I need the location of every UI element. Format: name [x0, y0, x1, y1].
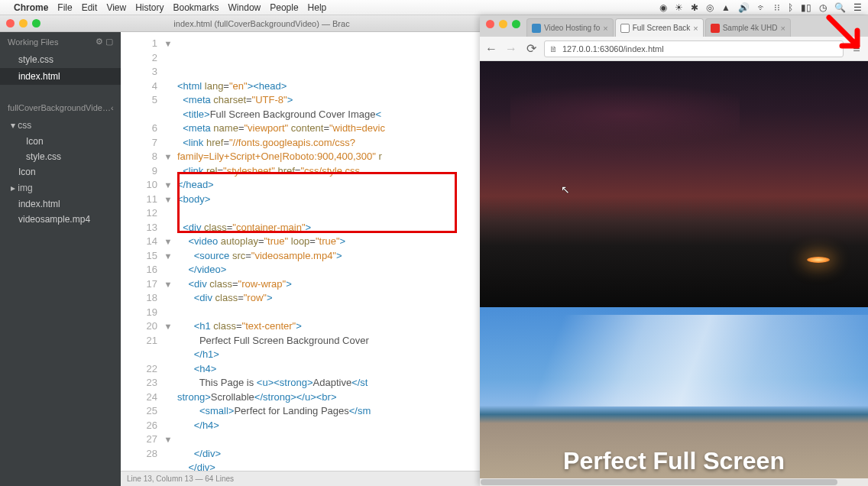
- chrome-minimize-button[interactable]: [499, 20, 507, 28]
- spotlight-icon[interactable]: 🔍: [834, 2, 846, 13]
- code-area[interactable]: <html lang="en"><head> <meta charset="UT…: [174, 32, 480, 471]
- bars-icon[interactable]: ⁝⁝: [774, 2, 780, 13]
- page-icon: 🗎: [549, 44, 558, 53]
- chrome-toolbar: ← → ⟳ 🗎 127.0.0.1:63060/index.html ≡: [480, 37, 868, 61]
- tab-full-screen[interactable]: Full Screen Back ×: [615, 18, 704, 37]
- chrome-zoom-button[interactable]: [512, 20, 520, 28]
- drive-icon[interactable]: ▲: [721, 2, 730, 13]
- chrome-tabstrip: Video Hosting fo × Full Screen Back × Sa…: [480, 15, 868, 37]
- brackets-window-title: index.html (fullCoverBackgroundVideo) — …: [50, 19, 474, 28]
- tab-sample-4k[interactable]: Sample 4k UHD ×: [705, 18, 791, 37]
- chevron-icon: ‹: [111, 103, 114, 112]
- gear-icon[interactable]: ⚙ ▢: [96, 37, 113, 47]
- tab-video-hosting[interactable]: Video Hosting fo ×: [526, 18, 614, 37]
- wifi-icon[interactable]: ᯤ: [757, 2, 766, 13]
- close-tab-icon[interactable]: ×: [780, 24, 785, 33]
- window-traffic-lights: [6, 19, 40, 28]
- reload-button[interactable]: ⟳: [524, 41, 538, 56]
- cc-icon[interactable]: ◎: [706, 2, 714, 13]
- bluetooth-icon[interactable]: ᛒ: [788, 2, 793, 13]
- window-zoom-button[interactable]: [32, 19, 40, 28]
- macos-menubar: Chrome File Edit View History Bookmarks …: [0, 0, 868, 15]
- chrome-close-button[interactable]: [486, 20, 494, 28]
- asterisk-icon[interactable]: ✱: [691, 2, 698, 13]
- chrome-window: Video Hosting fo × Full Screen Back × Sa…: [480, 15, 868, 486]
- menu-button[interactable]: ≡: [850, 42, 863, 56]
- file-icon-root[interactable]: Icon: [0, 164, 121, 180]
- code-editor[interactable]: 1234567891011121314151617181920212223242…: [121, 32, 480, 486]
- menu-edit[interactable]: Edit: [82, 2, 98, 13]
- brackets-statusbar: Line 13, Column 13 — 64 Lines: [121, 471, 480, 486]
- window-close-button[interactable]: [6, 19, 15, 28]
- menu-file[interactable]: File: [57, 2, 72, 13]
- menu-history[interactable]: History: [135, 2, 164, 13]
- chrome-traffic-lights: [483, 20, 526, 33]
- file-style-css[interactable]: style.css: [0, 149, 121, 164]
- battery-icon[interactable]: ▮▯: [801, 2, 811, 13]
- brackets-window: index.html (fullCoverBackgroundVideo) — …: [0, 15, 480, 486]
- horizontal-scrollbar[interactable]: [480, 478, 868, 486]
- menu-window[interactable]: Window: [228, 2, 261, 13]
- project-header[interactable]: fullCoverBackgroundVide… ‹: [0, 99, 121, 117]
- back-button[interactable]: ←: [484, 42, 498, 56]
- notification-icon[interactable]: ☰: [853, 2, 862, 13]
- sun-icon[interactable]: ☀: [675, 2, 683, 13]
- forward-button[interactable]: →: [504, 42, 518, 56]
- menubar-status-icons: ◉ ☀ ✱ ◎ ▲ 🔊 ᯤ ⁝⁝ ᛒ ▮▯ ◷ 🔍 ☰: [659, 2, 862, 13]
- page-section-beach: Perfect Full Screen: [480, 307, 868, 486]
- close-tab-icon[interactable]: ×: [603, 24, 607, 33]
- volume-icon[interactable]: 🔊: [738, 2, 750, 13]
- menu-view[interactable]: View: [106, 2, 126, 13]
- clock-icon[interactable]: ◷: [819, 2, 827, 13]
- app-name[interactable]: Chrome: [14, 2, 48, 13]
- file-icon-css[interactable]: Icon: [0, 134, 121, 149]
- folder-css[interactable]: ▾ css: [0, 117, 121, 134]
- favicon-icon: [711, 24, 720, 33]
- file-videosample[interactable]: videosample.mp4: [0, 212, 121, 227]
- brackets-titlebar[interactable]: index.html (fullCoverBackgroundVideo) — …: [0, 15, 480, 32]
- favicon-icon: [532, 24, 541, 33]
- working-file-index[interactable]: index.html: [0, 68, 121, 85]
- favicon-icon: [620, 24, 630, 33]
- address-bar[interactable]: 🗎 127.0.0.1:63060/index.html: [544, 40, 844, 57]
- menu-help[interactable]: Help: [308, 2, 327, 13]
- working-file-style[interactable]: style.css: [0, 51, 121, 68]
- page-heading: Perfect Full Screen: [480, 447, 868, 475]
- folder-img[interactable]: ▸ img: [0, 180, 121, 196]
- page-viewport[interactable]: Perfect Full Screen ↖: [480, 61, 868, 486]
- close-tab-icon[interactable]: ×: [693, 24, 698, 33]
- brackets-sidebar: Working Files ⚙ ▢ style.css index.html f…: [0, 32, 121, 486]
- file-index-html[interactable]: index.html: [0, 196, 121, 212]
- video-frame-sunset: [480, 61, 868, 307]
- check-icon[interactable]: ◉: [659, 2, 667, 13]
- line-gutter: 1234567891011121314151617181920212223242…: [121, 32, 162, 471]
- menu-people[interactable]: People: [270, 2, 298, 13]
- menu-bookmarks[interactable]: Bookmarks: [173, 2, 219, 13]
- fold-gutter[interactable]: ▼▼▼▼▼▼▼▼▼: [162, 32, 174, 471]
- window-minimize-button[interactable]: [19, 19, 28, 28]
- working-files-header[interactable]: Working Files ⚙ ▢: [0, 32, 121, 51]
